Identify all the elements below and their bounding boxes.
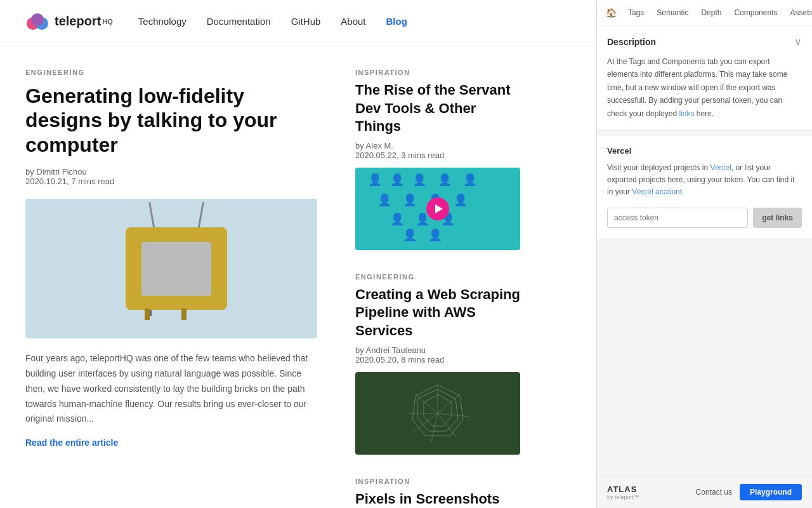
- atlas-brand: ATLAS by teleport™: [607, 485, 639, 500]
- left-article-author: by Dimitri Fichou 2020.10.21, 7 mins rea…: [25, 167, 317, 186]
- main-content: ENGINEERING Generating low-fidelity desi…: [0, 43, 546, 508]
- tab-tags[interactable]: Tags: [623, 6, 649, 20]
- playground-button[interactable]: Playground: [740, 484, 802, 500]
- logo-icon: [25, 10, 49, 34]
- logo-text: teleport: [55, 14, 101, 29]
- description-title: Description: [607, 37, 656, 47]
- read-more-link[interactable]: Read the entire article: [25, 438, 118, 448]
- atlas-brand-name: ATLAS: [607, 485, 639, 494]
- article-1-image: 👤 👤 👤 👤 👤 👤 👤 👤 👤 👤 👤 👤 👤 👤: [355, 168, 520, 250]
- svg-line-11: [416, 394, 438, 413]
- vercel-desc: Visit your deployed projects in Vercel, …: [607, 162, 802, 199]
- tab-semantic[interactable]: Semantic: [652, 6, 693, 20]
- left-article-image: [25, 199, 317, 338]
- left-article-title: Generating low-fidelity designs by talki…: [25, 84, 317, 157]
- vercel-section: Vercel Visit your deployed projects in V…: [597, 136, 812, 238]
- person-icon: 👤: [463, 173, 477, 187]
- logo-hq: HQ: [102, 18, 113, 25]
- panel-overlay: 🏠 Tags Semantic Depth Components Assets …: [596, 0, 812, 508]
- vercel-account-link[interactable]: Vercel account.: [632, 187, 684, 196]
- nav-about[interactable]: About: [341, 16, 365, 27]
- links-link[interactable]: links: [679, 109, 694, 118]
- article-1-title: The Rise of the Servant Dev Tools & Othe…: [355, 81, 520, 136]
- token-input[interactable]: [607, 208, 748, 228]
- atlas-brand-sub: by teleport™: [607, 494, 639, 500]
- tab-components[interactable]: Components: [729, 6, 782, 20]
- vercel-link[interactable]: Vercel: [710, 163, 731, 172]
- svg-line-5: [438, 394, 460, 413]
- panel-footer: ATLAS by teleport™ Contact us Playground: [597, 476, 812, 508]
- article-card-2: ENGINEERING Creating a Web Scraping Pipe…: [355, 273, 520, 455]
- nav-technology[interactable]: Technology: [138, 16, 187, 27]
- svg-line-9: [412, 413, 438, 432]
- right-column: INSPIRATION The Rise of the Servant Dev …: [355, 69, 520, 508]
- article-card-1: INSPIRATION The Rise of the Servant Dev …: [355, 69, 520, 250]
- article-1-meta: by Alex M. 2020.05.22, 3 mins read: [355, 141, 520, 160]
- token-row: get links: [607, 208, 802, 228]
- nav-links: Technology Documentation GitHub About Bl…: [138, 16, 407, 27]
- article-card-3: INSPIRATION Pixels in Screenshots Vs. Pi…: [355, 478, 520, 508]
- tv-illustration: [126, 227, 227, 310]
- person-icon: 👤: [438, 173, 452, 187]
- article-2-image: [355, 372, 520, 455]
- article-3-category: INSPIRATION: [355, 478, 520, 485]
- spider-web-svg: [400, 382, 476, 445]
- spider-illustration: [355, 372, 520, 455]
- left-column: ENGINEERING Generating low-fidelity desi…: [25, 69, 317, 508]
- article-2-category: ENGINEERING: [355, 273, 520, 281]
- nav-github[interactable]: GitHub: [291, 16, 321, 27]
- play-button[interactable]: [426, 197, 449, 220]
- nav-blog[interactable]: Blog: [386, 16, 407, 27]
- person-icon: 👤: [403, 193, 417, 207]
- panel-body: Description ∨ At the Tags and Components…: [597, 25, 812, 476]
- person-icon: 👤: [368, 173, 382, 187]
- left-article-excerpt: Four years ago, teleportHQ was one of th…: [25, 351, 317, 427]
- svg-line-8: [431, 413, 438, 442]
- description-text: At the Tags and Components tab you can e…: [607, 55, 802, 120]
- home-icon[interactable]: 🏠: [602, 5, 620, 20]
- panel-tabs: 🏠 Tags Semantic Depth Components Assets …: [597, 0, 812, 25]
- vercel-label: Vercel: [607, 146, 802, 156]
- article-1-category: INSPIRATION: [355, 69, 520, 76]
- article-3-title: Pixels in Screenshots Vs. Pixels in Phot…: [355, 490, 520, 508]
- person-icon: 👤: [390, 173, 404, 187]
- get-links-button[interactable]: get links: [753, 208, 802, 228]
- description-toggle[interactable]: ∨: [794, 36, 802, 48]
- nav-documentation[interactable]: Documentation: [207, 16, 271, 27]
- person-icon: 👤: [428, 228, 442, 242]
- svg-line-6: [438, 413, 469, 417]
- description-header: Description ∨: [607, 36, 802, 48]
- logo[interactable]: teleportHQ: [25, 10, 113, 34]
- person-icon: 👤: [403, 228, 417, 242]
- article-2-title: Creating a Web Scraping Pipeline with AW…: [355, 286, 520, 340]
- people-illustration: 👤 👤 👤 👤 👤 👤 👤 👤 👤 👤 👤 👤 👤 👤: [355, 168, 520, 250]
- person-icon: 👤: [390, 212, 404, 226]
- left-article-category: ENGINEERING: [25, 69, 317, 76]
- person-icon: 👤: [412, 173, 426, 187]
- svg-line-7: [438, 413, 457, 438]
- tab-depth[interactable]: Depth: [696, 6, 726, 20]
- description-section: Description ∨ At the Tags and Components…: [597, 25, 812, 131]
- tab-assets[interactable]: Assets: [785, 6, 812, 20]
- article-2-meta: by Andrei Tauteanu 2020.05.20, 8 mins re…: [355, 345, 520, 364]
- person-icon: 👤: [454, 193, 468, 207]
- svg-point-2: [31, 13, 44, 26]
- contact-link[interactable]: Contact us: [696, 488, 732, 497]
- person-icon: 👤: [377, 193, 391, 207]
- footer-actions: Contact us Playground: [696, 484, 802, 500]
